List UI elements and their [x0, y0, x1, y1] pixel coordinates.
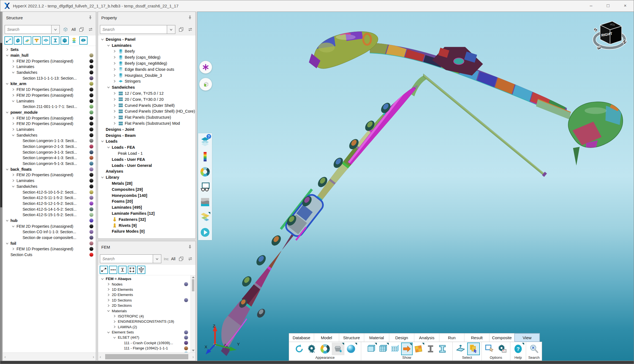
tree-row[interactable]: Materials [98, 308, 191, 313]
filter-ibeam-button[interactable] [51, 36, 59, 45]
expand-icon[interactable] [106, 282, 110, 286]
color-swatch[interactable] [89, 196, 93, 200]
tree-row[interactable]: Section 412-S-10-1-5-2: Secti... [3, 189, 96, 195]
expand-icon[interactable] [112, 74, 116, 77]
tree-row[interactable]: Laminates [3, 64, 96, 70]
tree-row[interactable]: Laminates [3, 127, 96, 132]
tree-row[interactable]: 111 - Crash Cockpit (10939)... [98, 340, 191, 346]
display-settings-button[interactable] [306, 343, 319, 355]
help-badge[interactable]: ? [206, 134, 211, 139]
expand-icon[interactable] [11, 173, 15, 176]
tree-row[interactable]: Sandwiches [3, 184, 96, 189]
color-swatch[interactable] [184, 298, 188, 302]
tree-row[interactable]: Metals [28] [98, 180, 195, 186]
title-bar[interactable]: HyperX 2022.1.2 - temp_dfgdfgd_fullveh_2… [0, 0, 634, 12]
cascade-windows-icon[interactable] [78, 26, 85, 33]
ribbon-tab-result[interactable]: Result [464, 333, 489, 342]
color-swatch[interactable] [89, 110, 93, 114]
color-swatch[interactable] [89, 105, 93, 108]
tree-row[interactable]: FEM 2D Properties (Unassigned) [3, 93, 96, 98]
help-button[interactable]: ? [512, 343, 524, 355]
expand-icon[interactable] [11, 116, 15, 120]
tree-row[interactable]: Section 412-S-11-1-5-2: Secti... [3, 195, 96, 201]
tree-row[interactable]: Hourglass_Double_3 [98, 72, 195, 78]
tree-row[interactable]: main_hull [3, 53, 96, 58]
collapse-icon[interactable] [11, 99, 15, 103]
expand-icon[interactable] [112, 110, 116, 113]
tree-row[interactable]: 20 / Core, T=30.0 / 20 [98, 96, 195, 102]
color-swatch[interactable] [89, 59, 93, 63]
tree-row[interactable]: Fasteners [32] [98, 216, 195, 222]
collapse-icon[interactable] [106, 331, 110, 334]
tree-row[interactable]: Section Longeron-3-1-3: Secti... [3, 149, 96, 155]
expand-icon[interactable] [11, 94, 15, 97]
expand-icon[interactable] [5, 48, 9, 51]
color-swatch[interactable] [89, 167, 93, 171]
collapse-icon[interactable] [106, 146, 110, 149]
color-swatch[interactable] [89, 116, 93, 120]
compass-letter[interactable]: S [593, 27, 598, 32]
fem-search-input[interactable] [100, 257, 153, 261]
expand-icon[interactable] [106, 304, 110, 307]
expand-icon[interactable] [112, 98, 116, 101]
tree-row[interactable]: Section Longeron-4-1-3: Secti... [3, 155, 96, 161]
structure-search-input[interactable] [5, 27, 51, 32]
collapse-icon[interactable] [11, 71, 15, 74]
color-swatch[interactable] [184, 341, 188, 345]
color-swatch[interactable] [89, 190, 93, 194]
expand-icon[interactable] [11, 88, 15, 91]
tree-row[interactable]: ISOTROPIC (4) [98, 314, 191, 319]
color-swatch[interactable] [89, 202, 93, 205]
color-swatch[interactable] [89, 207, 93, 211]
tree-row[interactable]: FEM 2D Properties (Unassigned) [3, 58, 96, 64]
tree-row[interactable]: Designs - Joint [98, 126, 195, 132]
pin-icon[interactable] [188, 15, 192, 20]
pin-icon[interactable] [88, 15, 92, 20]
color-wheel-button[interactable] [319, 343, 331, 355]
all-toggle[interactable]: All [171, 257, 175, 261]
sync-icon[interactable] [187, 256, 194, 262]
color-swatch[interactable] [89, 230, 93, 234]
collapse-icon[interactable] [100, 38, 104, 41]
tree-row[interactable]: FEM 2D Properties (Unassigned) [3, 172, 96, 178]
collapse-icon[interactable] [106, 86, 110, 89]
tree-row[interactable]: Laminates [3, 98, 96, 104]
collapse-icon[interactable] [11, 134, 15, 137]
tree-row[interactable]: Curved Panels (Outer Shell) [98, 102, 195, 108]
view-cube-body[interactable]: TOP RIGHT [600, 21, 622, 44]
tree-row[interactable]: Laminates [495] [98, 204, 195, 210]
tree-row[interactable]: LAMINA (2) [98, 324, 191, 330]
filter-solid-button[interactable] [14, 36, 22, 45]
color-swatch[interactable] [89, 184, 93, 188]
tree-row[interactable]: Sandwiches [3, 132, 96, 138]
refresh-button[interactable] [293, 343, 306, 355]
tree-row[interactable]: Sandwiches [3, 70, 96, 75]
color-swatch[interactable] [89, 99, 93, 103]
tree-row[interactable]: Element Sets [98, 330, 191, 335]
ribbon-tab-model[interactable]: Model [314, 333, 339, 342]
cascade-windows-icon[interactable] [178, 26, 184, 33]
color-swatch[interactable] [184, 330, 188, 334]
bar-section-button[interactable] [437, 343, 448, 355]
tree-row[interactable]: 1D Sections [98, 298, 191, 303]
ply-colors-button[interactable] [413, 343, 425, 355]
settings-card-button[interactable] [496, 343, 509, 355]
tree-row[interactable]: Beefy (caps_68deg) [98, 54, 195, 60]
color-swatch[interactable] [89, 88, 93, 91]
search-dropdown-button[interactable] [51, 25, 60, 34]
tree-row[interactable]: Section Longeron-1-1-3: Secti... [3, 138, 96, 144]
tree-row[interactable]: Laminates [3, 178, 96, 184]
filter-cube-button[interactable] [61, 36, 69, 45]
tree-row[interactable]: Designs - Panel [98, 36, 195, 42]
tree-row[interactable]: ELSET (447) [98, 335, 191, 340]
model-left-float[interactable] [309, 28, 378, 69]
fem-filter-beam-button[interactable] [100, 266, 108, 274]
tree-row[interactable]: Section CO Inf-1-1-3: Section... [3, 229, 96, 235]
tree-row[interactable]: Analyses [98, 169, 195, 175]
tree-row[interactable]: Loads - User General [98, 162, 195, 169]
collapse-icon[interactable] [100, 140, 104, 143]
ribbon-tab-run[interactable]: Run [439, 333, 464, 342]
mesh-panel-button[interactable] [377, 343, 389, 355]
tree-row[interactable]: Section de coque composite6... [3, 235, 96, 241]
tree-row[interactable]: Foams [20] [98, 199, 195, 205]
